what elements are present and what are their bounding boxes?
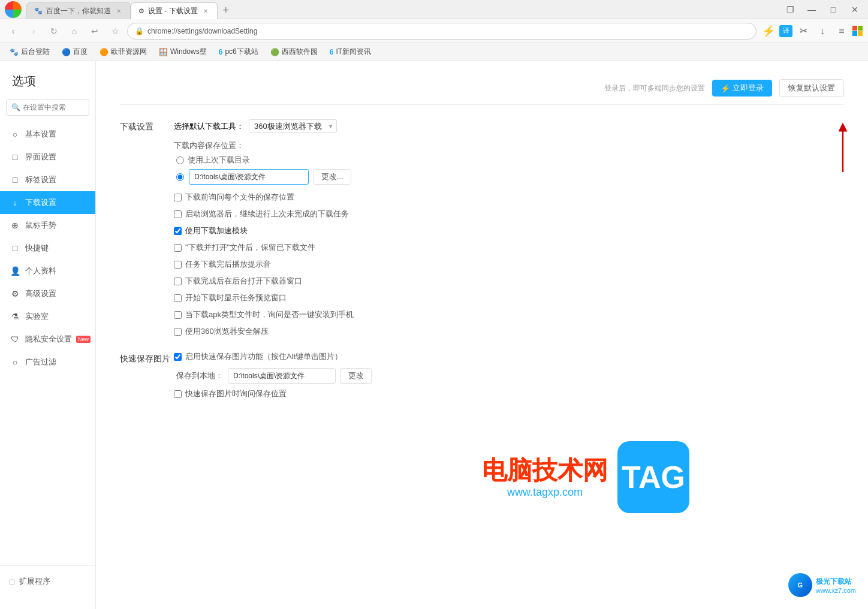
main-layout: 选项 🔍 ○ 基本设置 □ 界面设置 □ 标签设置 ↓ 下载设置 ⊕ <box>0 61 868 609</box>
checkbox-enable-quick-save-label: 启用快速保存图片功能（按住Alt键单击图片） <box>185 351 342 362</box>
quick-save-path-row: 保存到本地： 更改 <box>174 368 844 384</box>
sidebar-search[interactable]: 🔍 <box>6 99 89 116</box>
back-button-2[interactable]: ↩ <box>86 23 103 40</box>
sidebar-item-adfilter[interactable]: ○ 广告过滤 <box>0 351 95 373</box>
sidebar-item-download[interactable]: ↓ 下载设置 <box>0 191 95 214</box>
radio-custom-path-input[interactable] <box>176 173 184 181</box>
tab-settings-close[interactable]: ✕ <box>201 7 210 15</box>
forward-button[interactable]: › <box>25 23 42 40</box>
refresh-button[interactable]: ↻ <box>46 23 62 40</box>
window-maximize-button[interactable]: □ <box>825 1 842 18</box>
ms-icon[interactable] <box>852 26 863 37</box>
privacy-settings-icon: 🛡 <box>10 334 20 345</box>
bookmark-baidu-label: 百度 <box>73 47 88 57</box>
radio-use-last-input[interactable] <box>176 156 184 164</box>
sidebar-extensions-label: 扩展程序 <box>19 576 50 587</box>
sidebar-item-profile[interactable]: 👤 个人资料 <box>0 260 95 282</box>
sidebar-item-adfilter-label: 广告过滤 <box>25 357 56 367</box>
advanced-settings-icon: ⚙ <box>10 288 20 299</box>
tab-bar: 🐾 百度一下，你就知道 ✕ ⚙ 设置 - 下载设置 ✕ + <box>26 0 234 19</box>
checkbox-accelerator: 使用下载加速模块 <box>174 225 844 236</box>
bottom-logo-icon-text: G <box>797 581 803 589</box>
download-section-label: 下载设置 <box>120 119 174 132</box>
bookmark-pc6[interactable]: 6 pc6下载站 <box>214 46 263 59</box>
quick-save-content: 启用快速保存图片功能（按住Alt键单击图片） 保存到本地： 更改 快速保存图片时… <box>174 351 844 399</box>
search-icon: 🔍 <box>11 103 20 111</box>
window-restore-icon[interactable]: ❐ <box>782 1 798 18</box>
sidebar-bottom: □ 扩展程序 <box>0 565 95 597</box>
sidebar-item-basic[interactable]: ○ 基本设置 <box>0 123 95 146</box>
checkbox-enable-quick-save-input[interactable] <box>174 353 182 361</box>
watermark-tag: TAG <box>617 441 689 513</box>
checkbox-play-sound-input[interactable] <box>174 261 182 269</box>
checkbox-accelerator-input[interactable] <box>174 227 182 235</box>
checkbox-ask-save-input[interactable] <box>174 194 182 201</box>
checkbox-safe-extract-input[interactable] <box>174 328 182 336</box>
bookmark-oufeiziyuan-label: 欧菲资源网 <box>111 47 147 57</box>
checkbox-background-window-input[interactable] <box>174 278 182 285</box>
sidebar-item-basic-label: 基本设置 <box>25 129 56 140</box>
translate-button[interactable]: 译 <box>779 25 792 37</box>
checkbox-keep-after-open-input[interactable] <box>174 244 182 252</box>
login-label: 立即登录 <box>733 83 764 94</box>
address-lock-icon: 🔒 <box>135 27 144 35</box>
restore-defaults-button[interactable]: 恢复默认设置 <box>779 79 844 97</box>
checkbox-safe-extract-label: 使用360浏览器安全解压 <box>185 326 269 337</box>
download-button[interactable]: ↓ <box>814 23 831 40</box>
extensions-button[interactable]: ⚡ <box>760 23 777 40</box>
path-input[interactable] <box>189 169 309 185</box>
screenshot-button[interactable]: ✂ <box>795 23 812 40</box>
checkbox-ask-save-location-input[interactable] <box>174 390 182 398</box>
checkbox-continue-download-input[interactable] <box>174 210 182 218</box>
basic-settings-icon: ○ <box>10 129 20 140</box>
sidebar-item-interface[interactable]: □ 界面设置 <box>0 146 95 168</box>
sidebar-item-shortcuts[interactable]: □ 快捷键 <box>0 237 95 260</box>
home-button[interactable]: ⌂ <box>66 23 83 40</box>
bookmark-login-label: 后台登陆 <box>21 47 50 57</box>
download-section-content: 选择默认下载工具： 360极速浏览器下载 下载内容保存位置： 使用上次下载目录 <box>174 119 844 337</box>
quick-save-section: 快速保存图片 启用快速保存图片功能（按住Alt键单击图片） 保存到本地： 更改 … <box>120 351 844 399</box>
bookmark-xixisoftware-label: 西西软件园 <box>282 47 318 57</box>
checkbox-install-to-phone-input[interactable] <box>174 311 182 319</box>
quick-save-change-button[interactable]: 更改 <box>340 368 372 384</box>
tab-baidu[interactable]: 🐾 百度一下，你就知道 ✕ <box>26 2 131 19</box>
sidebar-item-advanced[interactable]: ⚙ 高级设置 <box>0 282 95 305</box>
sidebar-item-lab[interactable]: ⚗ 实验室 <box>0 305 95 328</box>
window-minimize-button[interactable]: — <box>803 1 820 18</box>
topbar: 登录后，即可多端同步您的设置 ⚡ 立即登录 恢复默认设置 <box>120 79 844 105</box>
login-button[interactable]: ⚡ 立即登录 <box>712 80 772 97</box>
bookmark-windows[interactable]: 🪟 Windows壁 <box>154 46 212 59</box>
bookmark-button[interactable]: ☆ <box>107 23 123 40</box>
quick-save-label: 快速保存图片 <box>120 351 174 364</box>
checkbox-ask-save-label: 下载前询问每个文件的保存位置 <box>185 192 294 203</box>
sidebar-item-mouse[interactable]: ⊕ 鼠标手势 <box>0 214 95 237</box>
bookmark-itnews[interactable]: 6 IT新闻资讯 <box>325 46 376 59</box>
checkbox-preview-window-input[interactable] <box>174 294 182 302</box>
interface-settings-icon: □ <box>10 152 20 162</box>
tool-select[interactable]: 360极速浏览器下载 <box>249 119 337 133</box>
watermark: 电脑技术网 www.tagxp.com TAG <box>482 441 689 513</box>
tab-baidu-close[interactable]: ✕ <box>114 7 123 15</box>
search-input[interactable] <box>23 103 84 111</box>
back-button[interactable]: ‹ <box>5 23 22 40</box>
save-location-section: 下载内容保存位置： 使用上次下载目录 更改... <box>174 140 844 185</box>
bookmark-xixisoftware[interactable]: 🟢 西西软件园 <box>266 46 323 59</box>
sidebar-item-privacy[interactable]: 🛡 隐私安全设置 New <box>0 328 95 351</box>
menu-button[interactable]: ≡ <box>833 23 850 40</box>
sidebar-item-extensions[interactable]: □ 扩展程序 <box>10 571 86 592</box>
tab-settings[interactable]: ⚙ 设置 - 下载设置 ✕ <box>131 2 218 19</box>
extensions-icon: □ <box>10 577 14 586</box>
bookmark-oufeiziyuan[interactable]: 🟠 欧菲资源网 <box>95 46 152 59</box>
bookmark-login[interactable]: 🐾 后台登陆 <box>5 46 55 59</box>
checkbox-keep-after-open: "下载并打开"文件后，保留已下载文件 <box>174 242 844 253</box>
checkbox-preview-window-label: 开始下载时显示任务预览窗口 <box>185 293 287 303</box>
quick-save-path-input[interactable] <box>228 368 336 384</box>
bookmark-baidu[interactable]: 🔵 百度 <box>57 46 92 59</box>
window-close-button[interactable]: ✕ <box>846 1 863 18</box>
sidebar-item-tabs[interactable]: □ 标签设置 <box>0 168 95 191</box>
checkbox-install-to-phone-label: 当下载apk类型文件时，询问是否一键安装到手机 <box>185 309 354 320</box>
change-path-button[interactable]: 更改... <box>314 169 351 185</box>
bookmark-oufeiziyuan-icon: 🟠 <box>100 48 108 56</box>
address-bar[interactable]: 🔒 chrome://settings/downloadSetting <box>127 23 757 40</box>
new-tab-button[interactable]: + <box>218 2 234 19</box>
